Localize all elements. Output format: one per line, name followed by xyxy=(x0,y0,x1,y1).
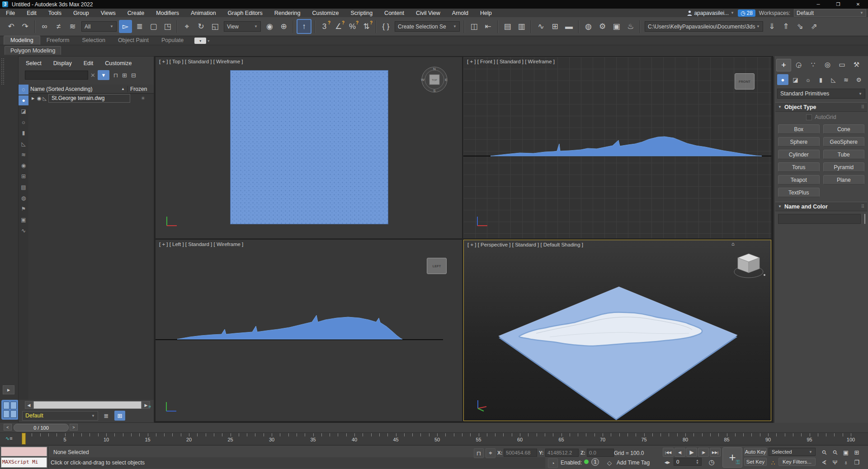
explorer-horizontal-scrollbar[interactable]: ◀ ▶ xyxy=(25,401,150,409)
teapot-button[interactable]: Teapot xyxy=(778,175,820,185)
align-icon[interactable]: ⇤ xyxy=(481,20,495,33)
key-steps-icon[interactable]: ∴ xyxy=(769,458,778,467)
time-tag-icon[interactable]: ◇ xyxy=(605,458,614,467)
bind-to-space-warp-icon[interactable]: ≋ xyxy=(66,20,79,33)
explorer-menu-display[interactable]: Display xyxy=(53,60,72,66)
eye-icon[interactable]: ◉ xyxy=(37,95,42,101)
viewport-top-label[interactable]: [ + ] [ Top ] [ Standard ] [ Wireframe ] xyxy=(159,59,243,64)
mirror-icon[interactable]: ◫ xyxy=(467,20,481,33)
ribbon-tab-selection[interactable]: Selection xyxy=(75,36,111,45)
viewport-left[interactable]: [ + ] [ Left ] [ Standard ] [ Wireframe … xyxy=(156,240,462,421)
scroll-left-icon[interactable]: ◀ xyxy=(25,401,33,409)
object-type-rollout[interactable]: ▼ Object Type ⠿ xyxy=(775,102,867,112)
ribbon-tab-object-paint[interactable]: Object Paint xyxy=(112,36,155,45)
notification-count-badge[interactable]: 1 xyxy=(591,458,599,466)
selection-filter-dropdown[interactable]: All▼ xyxy=(81,21,117,32)
notification-badge[interactable]: ◷ 28 xyxy=(738,9,755,17)
category-space-warps[interactable]: ≋ xyxy=(840,74,852,85)
zoom-extents-all-icon[interactable]: ⊞ xyxy=(852,448,862,457)
menu-views[interactable]: Views xyxy=(95,9,122,17)
menu-scripting[interactable]: Scripting xyxy=(344,9,378,17)
collapse-tree-icon[interactable]: ⊟ xyxy=(131,72,136,79)
reference-coordinate-dropdown[interactable]: View▼ xyxy=(224,21,261,32)
menu-animation[interactable]: Animation xyxy=(185,9,222,17)
explorer-menu-edit[interactable]: Edit xyxy=(84,60,94,66)
menu-edit[interactable]: Edit xyxy=(21,9,42,17)
curve-editor-icon[interactable]: ∿ xyxy=(534,20,547,33)
export-scene-icon[interactable]: ⇑ xyxy=(779,20,793,33)
filter-icon[interactable]: ▼ xyxy=(98,70,109,80)
tab-hierarchy[interactable]: ∵ xyxy=(806,59,820,71)
spinner-icon[interactable]: ▲▼ xyxy=(696,459,699,464)
object-name[interactable]: St.George terrain.dwg xyxy=(48,94,130,103)
workspace-dropdown[interactable]: Default ▼ xyxy=(794,9,866,17)
zoom-extents-icon[interactable]: ▣ xyxy=(841,448,851,457)
macro-recorder-field[interactable] xyxy=(1,447,47,456)
select-and-manipulate-icon[interactable]: ⊕ xyxy=(277,20,290,33)
mini-curve-editor-icon[interactable]: ∿≡ xyxy=(5,436,13,441)
category-shapes[interactable]: ◪ xyxy=(790,74,801,85)
plane-button[interactable]: Plane xyxy=(823,175,865,185)
category-geometry[interactable]: ● xyxy=(777,74,788,85)
fetch-scene-icon[interactable]: ⇗ xyxy=(807,20,821,33)
cylinder-button[interactable]: Cylinder xyxy=(778,150,820,159)
named-selection-sets-dropdown[interactable]: Create Selection Se▼ xyxy=(395,21,460,32)
expand-icon[interactable]: ▶ xyxy=(30,96,36,100)
category-cameras[interactable]: ▮ xyxy=(815,74,826,85)
name-column-header[interactable]: Name (Sorted Ascending) xyxy=(30,86,92,92)
select-by-name-icon[interactable]: ≣ xyxy=(133,20,146,33)
absolute-mode-icon[interactable]: ⌖ xyxy=(486,448,495,458)
primitive-category-dropdown[interactable]: Standard Primitives ▼ xyxy=(777,89,865,99)
explorer-menu-customize[interactable]: Customize xyxy=(105,60,132,66)
scrollbar-thumb[interactable] xyxy=(33,401,142,409)
category-helpers[interactable]: ◺ xyxy=(828,74,839,85)
viewcube-ghost[interactable]: FRONT xyxy=(735,73,755,90)
toggle-layer-explorer-icon[interactable]: ▥ xyxy=(515,20,528,33)
chevron-down-icon[interactable]: ▾ xyxy=(208,39,209,43)
ribbon-toggle-icon[interactable]: ▬ xyxy=(562,20,576,33)
viewcube[interactable] xyxy=(731,250,766,283)
menu-customize[interactable]: Customize xyxy=(306,9,344,17)
percent-snap-toggle-icon[interactable]: %? xyxy=(346,20,359,33)
active-layer-dropdown[interactable]: Default ▼ xyxy=(22,411,98,421)
menu-file[interactable]: File xyxy=(0,9,21,17)
use-pivot-point-center-icon[interactable]: ◉ xyxy=(263,20,276,33)
select-and-link-icon[interactable]: ∞ xyxy=(38,20,51,33)
name-and-color-rollout[interactable]: ▼ Name and Color ⠿ xyxy=(775,202,867,211)
save-scene-icon[interactable]: ⇘ xyxy=(793,20,807,33)
filter-cameras-icon[interactable]: ▮ xyxy=(19,128,28,138)
ribbon-minimize-icon[interactable]: ▾ xyxy=(194,38,206,44)
torus-button[interactable]: Torus xyxy=(778,162,820,172)
close-button[interactable]: ✕ xyxy=(848,0,868,9)
menu-help[interactable]: Help xyxy=(474,9,498,17)
key-selection-dropdown[interactable]: Selected ▼ xyxy=(769,448,816,456)
frozen-column-header[interactable]: Frozen xyxy=(127,86,154,92)
cone-button[interactable]: Cone xyxy=(823,124,865,134)
layers-list-icon[interactable]: ≣ xyxy=(101,411,112,421)
menu-civil-view[interactable]: Civil View xyxy=(410,9,446,17)
rendered-frame-window-icon[interactable]: ▣ xyxy=(610,20,623,33)
undo-icon[interactable]: ↶ xyxy=(5,20,18,33)
filter-visibility-icon[interactable]: ∿ xyxy=(19,226,28,236)
go-to-end-button[interactable]: ▶▶| xyxy=(710,448,721,457)
minimize-button[interactable]: ─ xyxy=(808,0,828,9)
viewcube-ghost[interactable]: LEFT xyxy=(427,258,447,274)
filter-shapes-icon[interactable]: ◪ xyxy=(19,106,28,116)
zoom-all-icon[interactable]: ⚲ xyxy=(828,445,842,459)
filter-none-icon[interactable]: ◌ xyxy=(19,85,28,95)
filter-space-warps-icon[interactable]: ≋ xyxy=(19,150,28,160)
set-keys-button[interactable]: + ⚿ xyxy=(722,447,742,468)
range-prev-icon[interactable]: < xyxy=(4,424,12,431)
filter-geometry-icon[interactable]: ● xyxy=(19,95,28,105)
filter-groups-icon[interactable]: ⚑ xyxy=(19,204,28,214)
menu-content[interactable]: Content xyxy=(378,9,410,17)
viewcube-home-icon[interactable]: ⌂ xyxy=(731,241,735,246)
filter-bones-icon[interactable]: ⊞ xyxy=(19,171,28,181)
orbit-icon[interactable]: ♁ xyxy=(841,458,851,467)
adaptive-degradation-icon[interactable]: ◔ xyxy=(548,458,558,468)
time-slider-handle[interactable] xyxy=(22,433,26,445)
viewport-perspective-label[interactable]: [ + ] [ Perspective ] [ Standard ] [ Def… xyxy=(467,242,583,247)
spinner-snap-toggle-icon[interactable]: ⇅? xyxy=(360,20,373,33)
time-configuration-icon[interactable]: ◷ xyxy=(707,458,716,467)
select-and-scale-icon[interactable]: ◱ xyxy=(208,20,222,33)
